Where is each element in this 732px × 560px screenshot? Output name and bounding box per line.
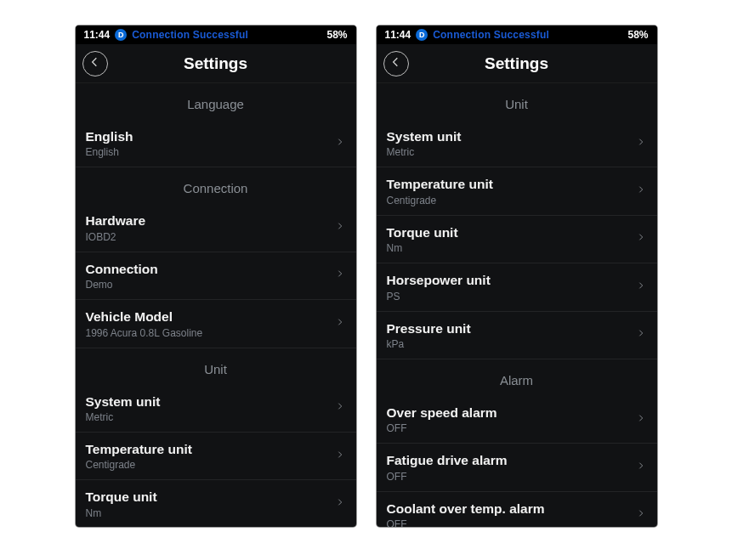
- row-value: Nm: [387, 242, 637, 254]
- row-connection[interactable]: Connection Demo: [76, 252, 356, 300]
- row-value: Demo: [86, 279, 336, 291]
- row-label: Temperature unit: [86, 441, 336, 457]
- row-value: Nm: [86, 507, 336, 519]
- row-label: Horsepower unit: [387, 272, 637, 288]
- chevron-right-icon: [637, 459, 645, 476]
- row-label: Connection: [86, 261, 336, 277]
- chevron-right-icon: [336, 495, 344, 512]
- row-pressure-unit[interactable]: Pressure unit kPa: [377, 312, 657, 359]
- settings-list[interactable]: Language English English Connection Hard…: [76, 83, 356, 527]
- back-button[interactable]: [82, 51, 108, 76]
- status-bar: 11:44 D Connection Successful 58%: [377, 25, 657, 44]
- row-coolant-over-temp-alarm[interactable]: Coolant over temp. alarm OFF: [377, 492, 657, 527]
- status-bar: 11:44 D Connection Successful 58%: [76, 25, 356, 44]
- row-language-english[interactable]: English English: [76, 120, 356, 167]
- row-system-unit[interactable]: System unit Metric: [76, 385, 356, 433]
- row-value: OFF: [387, 422, 637, 434]
- row-label: Temperature unit: [387, 176, 637, 192]
- status-battery: 58%: [326, 29, 347, 41]
- section-header-alarm: Alarm: [377, 359, 657, 396]
- status-indicator-icon: D: [416, 29, 428, 41]
- row-horsepower-unit[interactable]: Horsepower unit PS: [377, 263, 657, 311]
- chevron-right-icon: [336, 135, 344, 152]
- row-system-unit[interactable]: System unit Metric: [377, 120, 657, 167]
- status-battery: 58%: [627, 29, 648, 41]
- row-value: PS: [387, 291, 637, 303]
- row-value: Centigrade: [86, 459, 336, 471]
- row-temperature-unit[interactable]: Temperature unit Centigrade: [377, 167, 657, 215]
- row-label: English: [86, 128, 336, 144]
- section-header-connection: Connection: [76, 167, 356, 204]
- back-button[interactable]: [383, 51, 409, 76]
- status-time: 11:44: [385, 29, 411, 41]
- phone-screen-left: 11:44 D Connection Successful 58% Settin…: [76, 25, 356, 527]
- row-label: Torque unit: [387, 224, 637, 240]
- chevron-right-icon: [637, 411, 645, 428]
- section-header-unit: Unit: [377, 83, 657, 120]
- section-header-unit: Unit: [76, 348, 356, 385]
- row-label: Torque unit: [86, 489, 336, 505]
- row-value: English: [86, 146, 336, 158]
- row-label: Vehicle Model: [86, 308, 336, 325]
- arrow-left-icon: [389, 55, 403, 72]
- row-label: Over speed alarm: [387, 404, 637, 421]
- row-value: Metric: [387, 146, 637, 158]
- row-fatigue-drive-alarm[interactable]: Fatigue drive alarm OFF: [377, 444, 657, 491]
- chevron-right-icon: [336, 399, 344, 416]
- row-torque-unit[interactable]: Torque unit Nm: [76, 480, 356, 527]
- status-message: Connection Successful: [132, 29, 326, 41]
- page-title: Settings: [184, 54, 247, 73]
- row-label: Coolant over temp. alarm: [387, 501, 637, 517]
- row-label: Hardware: [86, 212, 336, 229]
- status-message: Connection Successful: [433, 29, 627, 41]
- chevron-right-icon: [637, 135, 645, 152]
- row-hardware[interactable]: Hardware IOBD2: [76, 204, 356, 252]
- chevron-right-icon: [637, 506, 645, 523]
- row-over-speed-alarm[interactable]: Over speed alarm OFF: [377, 396, 657, 444]
- chevron-right-icon: [637, 183, 645, 200]
- row-label: System unit: [387, 128, 637, 144]
- row-vehicle-model[interactable]: Vehicle Model 1996 Acura 0.8L Gasoline: [76, 300, 356, 348]
- row-value: Centigrade: [387, 195, 637, 206]
- row-value: OFF: [387, 518, 637, 527]
- arrow-left-icon: [88, 55, 102, 72]
- row-value: IOBD2: [86, 231, 336, 243]
- nav-header: Settings: [377, 44, 657, 83]
- row-value: 1996 Acura 0.8L Gasoline: [86, 327, 336, 339]
- row-value: OFF: [387, 471, 637, 483]
- page-title: Settings: [485, 54, 548, 73]
- chevron-right-icon: [336, 448, 344, 465]
- section-header-language: Language: [76, 83, 356, 120]
- row-value: kPa: [387, 338, 637, 350]
- row-label: System unit: [86, 393, 336, 410]
- row-label: Fatigue drive alarm: [387, 452, 637, 468]
- chevron-right-icon: [336, 219, 344, 236]
- row-temperature-unit[interactable]: Temperature unit Centigrade: [76, 433, 356, 480]
- chevron-right-icon: [637, 230, 645, 247]
- row-value: Metric: [86, 411, 336, 423]
- phone-screen-right: 11:44 D Connection Successful 58% Settin…: [377, 25, 657, 527]
- chevron-right-icon: [336, 267, 344, 284]
- row-torque-unit[interactable]: Torque unit Nm: [377, 216, 657, 263]
- settings-list[interactable]: Unit System unit Metric Temperature unit…: [377, 83, 657, 527]
- row-label: Pressure unit: [387, 320, 637, 337]
- nav-header: Settings: [76, 44, 356, 83]
- status-indicator-icon: D: [115, 29, 127, 41]
- chevron-right-icon: [336, 315, 344, 332]
- chevron-right-icon: [637, 326, 645, 343]
- chevron-right-icon: [637, 279, 645, 296]
- status-time: 11:44: [84, 29, 111, 41]
